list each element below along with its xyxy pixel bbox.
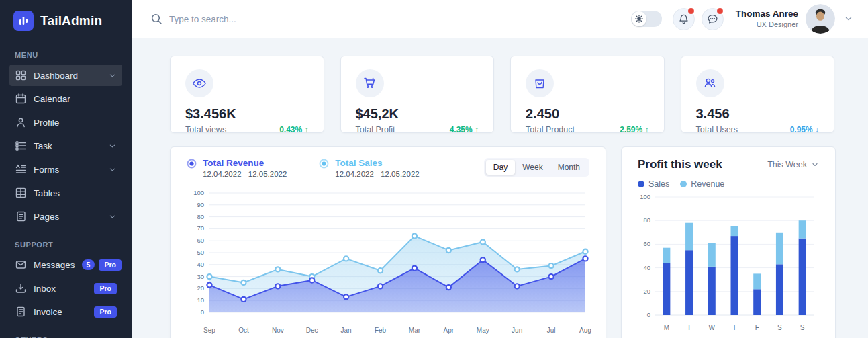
- chevron-down-icon: [108, 142, 117, 151]
- svg-text:80: 80: [197, 213, 204, 220]
- legend-item-revenue: Revenue: [680, 179, 724, 189]
- messages-icon: [15, 259, 27, 271]
- legend-label: Sales: [648, 179, 669, 189]
- stat-card-total-profit: $45,2KTotal Profit4.35% ↑: [340, 56, 495, 133]
- search-input[interactable]: [169, 14, 384, 24]
- stat-bottom: Total Users0.95% ↓: [696, 125, 820, 134]
- tables-icon: [15, 187, 27, 199]
- svg-text:T: T: [732, 324, 736, 331]
- stat-value: $45,2K: [356, 106, 479, 122]
- svg-text:Jan: Jan: [341, 327, 352, 334]
- sidebar-item-label: Profile: [34, 118, 59, 128]
- header-actions: Thomas Anree UX Designer: [631, 4, 853, 34]
- notifications-button[interactable]: [673, 8, 695, 30]
- svg-text:Sep: Sep: [203, 327, 215, 334]
- svg-text:Aug: Aug: [579, 327, 591, 334]
- user-meta: Thomas Anree UX Designer: [736, 9, 798, 30]
- sidebar-item-forms[interactable]: Forms: [9, 159, 122, 180]
- sidebar-item-dashboard[interactable]: Dashboard: [9, 65, 122, 86]
- task-list-icon: [15, 140, 27, 152]
- stat-label: Total Profit: [356, 125, 395, 134]
- sidebar-item-profile[interactable]: Profile: [9, 112, 122, 133]
- week-select[interactable]: This Week: [767, 160, 819, 169]
- svg-text:0: 0: [201, 308, 204, 316]
- profit-title: Profit this week: [638, 158, 722, 171]
- svg-text:W: W: [709, 324, 716, 331]
- series-date-range: 12.04.2022 - 12.05.2022: [203, 170, 287, 178]
- svg-text:50: 50: [197, 249, 204, 256]
- count-badge: 5: [82, 259, 95, 270]
- series-toggle-total-sales[interactable]: Total Sales12.04.2022 - 12.05.2022: [319, 158, 419, 178]
- svg-text:F: F: [755, 324, 759, 331]
- svg-text:Feb: Feb: [375, 327, 387, 334]
- search-icon: [150, 13, 162, 25]
- series-toggle-total-revenue[interactable]: Total Revenue12.04.2022 - 12.05.2022: [187, 158, 287, 178]
- messages-button[interactable]: [702, 8, 724, 30]
- sidebar-item-tables[interactable]: Tables: [9, 182, 122, 204]
- legend-dot: [638, 181, 644, 187]
- revenue-chart-card: Total Revenue12.04.2022 - 12.05.2022Tota…: [170, 146, 606, 338]
- sidebar-item-pages[interactable]: Pages: [9, 206, 122, 227]
- sidebar-section-label-menu: MENU: [15, 51, 122, 59]
- chevron-down-icon: [108, 71, 117, 80]
- svg-text:40: 40: [643, 264, 650, 271]
- chat-icon: [707, 13, 718, 25]
- stat-delta: 0.43% ↑: [279, 125, 308, 134]
- period-button-week[interactable]: Week: [515, 160, 550, 175]
- svg-text:Dec: Dec: [306, 327, 318, 334]
- sidebar-item-badges: 5Pro: [82, 259, 122, 271]
- period-button-day[interactable]: Day: [486, 160, 515, 175]
- period-switcher: DayWeekMonth: [484, 158, 589, 177]
- sidebar-item-label: Messages: [34, 260, 75, 270]
- series-toggles: Total Revenue12.04.2022 - 12.05.2022Tota…: [187, 158, 420, 178]
- legend-dot: [680, 181, 687, 187]
- stat-bottom: Total Product2.59% ↑: [526, 125, 649, 134]
- calendar-icon: [15, 93, 27, 105]
- header-search: [150, 13, 631, 25]
- svg-text:T: T: [687, 324, 691, 331]
- chevron-down-icon: [108, 165, 117, 174]
- notification-dot: [688, 8, 694, 14]
- pro-badge: Pro: [94, 283, 117, 294]
- cart-icon: [356, 69, 384, 97]
- dashboard-content: $3.456KTotal views0.43% ↑$45,2KTotal Pro…: [132, 38, 868, 338]
- series-name: Total Sales: [335, 158, 419, 168]
- stat-bottom: Total Profit4.35% ↑: [356, 125, 479, 134]
- theme-toggle[interactable]: [631, 11, 662, 27]
- message-dot: [717, 8, 723, 14]
- stat-value: 2.450: [526, 106, 649, 122]
- team-icon: [696, 69, 724, 97]
- profit-legend: SalesRevenue: [638, 179, 819, 189]
- sidebar-item-label: Tables: [34, 188, 60, 198]
- sidebar-item-calendar[interactable]: Calendar: [9, 88, 122, 110]
- forms-icon: [15, 163, 27, 175]
- svg-text:Oct: Oct: [238, 327, 249, 334]
- sidebar-nav: MENUDashboardCalendarProfileTaskFormsTab…: [9, 51, 122, 338]
- stat-card-total-views: $3.456KTotal views0.43% ↑: [170, 56, 324, 133]
- stat-delta: 0.95% ↓: [790, 125, 819, 134]
- stat-card-total-users: 3.456Total Users0.95% ↓: [681, 56, 835, 133]
- sidebar-item-messages[interactable]: Messages5Pro: [9, 254, 122, 276]
- svg-text:Nov: Nov: [272, 327, 284, 334]
- svg-text:40: 40: [197, 261, 204, 268]
- stat-label: Total views: [185, 125, 226, 134]
- sidebar: TailAdmin MENUDashboardCalendarProfileTa…: [0, 0, 132, 338]
- week-select-value: This Week: [767, 160, 807, 169]
- bag-icon: [526, 69, 554, 97]
- svg-text:70: 70: [197, 224, 204, 232]
- user-name: Thomas Anree: [736, 9, 798, 20]
- stat-value: $3.456K: [185, 106, 309, 122]
- svg-text:20: 20: [643, 288, 650, 295]
- user-role: UX Designer: [736, 20, 798, 30]
- sidebar-item-task[interactable]: Task: [9, 135, 122, 157]
- bell-icon: [678, 13, 689, 25]
- profit-chart-card: Profit this week This Week SalesRevenue …: [621, 146, 836, 338]
- brand[interactable]: TailAdmin: [9, 9, 122, 38]
- user-menu[interactable]: Thomas Anree UX Designer: [736, 4, 853, 34]
- svg-text:10: 10: [197, 296, 204, 304]
- sidebar-item-badges: Pro: [94, 283, 117, 294]
- period-button-month[interactable]: Month: [550, 160, 587, 175]
- sidebar-item-invoice[interactable]: InvoicePro: [9, 301, 122, 323]
- sidebar-item-inbox[interactable]: InboxPro: [9, 278, 122, 299]
- legend-label: Revenue: [691, 179, 724, 189]
